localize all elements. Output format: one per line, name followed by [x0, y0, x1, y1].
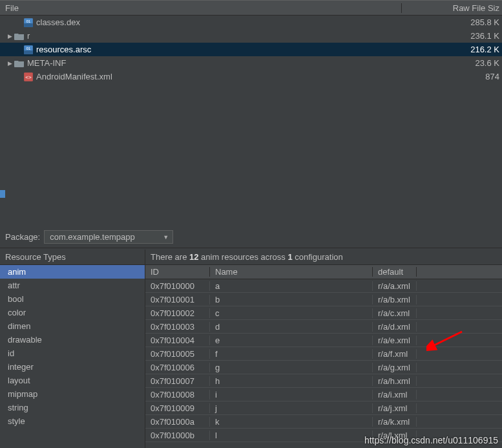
resource-id: 0x7f010007: [145, 376, 210, 386]
resource-name: d: [210, 322, 373, 332]
resource-types-panel: Resource Types animattrboolcolordimendra…: [0, 250, 145, 448]
resource-row[interactable]: 0x7f010006gr/a/g.xml: [145, 361, 502, 374]
resource-types-list[interactable]: animattrboolcolordimendrawableidintegerl…: [0, 265, 145, 448]
resource-name: a: [210, 281, 373, 291]
resource-id: 0x7f010006: [145, 363, 210, 372]
file-name: classes.dex: [36, 17, 405, 27]
svg-text:<>: <>: [25, 74, 32, 80]
resource-default: r/a/a.xml: [373, 281, 417, 291]
resource-row[interactable]: 0x7f01000akr/a/k.xml: [145, 415, 502, 429]
folder-icon: [14, 31, 25, 41]
resource-type-item[interactable]: drawable: [0, 333, 145, 347]
col-default-header[interactable]: default: [373, 267, 417, 277]
expand-arrow-icon[interactable]: ▶: [5, 60, 14, 67]
svg-rect-1: [24, 23, 33, 27]
file-name: AndroidManifest.xml: [36, 72, 405, 81]
resource-row[interactable]: 0x7f010009jr/a/j.xml: [145, 401, 502, 415]
resource-name: j: [210, 403, 373, 413]
resource-id: 0x7f01000a: [145, 417, 210, 427]
resource-type-item[interactable]: attr: [0, 279, 145, 292]
file-name: resources.arsc: [36, 45, 405, 54]
resource-type-item[interactable]: anim: [0, 265, 145, 279]
file-size: 285.8 K: [405, 17, 502, 27]
file-tree-row[interactable]: ▶r236.1 K: [0, 29, 502, 43]
file-size: 216.2 K: [405, 45, 502, 54]
gutter-marker: [0, 190, 5, 198]
resource-name: l: [210, 431, 373, 440]
resource-id: 0x7f01000b: [145, 431, 210, 440]
file-tree-row[interactable]: ▶META-INF23.6 K: [0, 56, 502, 70]
resource-id: 0x7f010009: [145, 403, 210, 413]
col-id-header[interactable]: ID: [145, 267, 210, 277]
bottom-panel: Resource Types animattrboolcolordimendra…: [0, 250, 502, 448]
resource-default: r/a/h.xml: [373, 376, 417, 386]
resource-type-item[interactable]: mipmap: [0, 387, 145, 401]
resource-default: r/a/k.xml: [373, 417, 417, 427]
resource-id: 0x7f010004: [145, 336, 210, 345]
resource-name: g: [210, 363, 373, 372]
resource-name: f: [210, 349, 373, 359]
col-name-header[interactable]: Name: [210, 267, 373, 277]
resource-type-item[interactable]: bool: [0, 292, 145, 306]
detail-summary: There are 12 anim resources across 1 con…: [145, 250, 502, 265]
package-value: com.example.tempapp: [50, 232, 135, 242]
resource-name: k: [210, 417, 373, 427]
file-size: 236.1 K: [405, 31, 502, 41]
file-name: r: [27, 31, 405, 41]
dex-icon: 01: [23, 17, 34, 28]
resource-type-item[interactable]: id: [0, 347, 145, 360]
detail-table-header: ID Name default: [145, 265, 502, 279]
resource-type-item[interactable]: dimen: [0, 319, 145, 333]
resource-type-item[interactable]: string: [0, 401, 145, 414]
file-size: 874: [405, 72, 502, 81]
resource-type-item[interactable]: color: [0, 306, 145, 319]
file-tree-row[interactable]: <>AndroidManifest.xml874: [0, 70, 502, 83]
resource-default: r/a/f.xml: [373, 349, 417, 359]
detail-rows[interactable]: 0x7f010000ar/a/a.xml0x7f010001br/a/b.xml…: [145, 279, 502, 448]
resource-default: r/a/j.xml: [373, 403, 417, 413]
resource-row[interactable]: 0x7f010001br/a/b.xml: [145, 293, 502, 306]
resource-id: 0x7f010001: [145, 295, 210, 304]
resource-id: 0x7f010000: [145, 281, 210, 291]
resource-name: c: [210, 308, 373, 318]
file-tree-header: File Raw File Siz: [0, 0, 502, 16]
expand-arrow-icon[interactable]: ▶: [5, 33, 14, 39]
file-column-header[interactable]: File: [0, 3, 402, 13]
resource-detail-panel: There are 12 anim resources across 1 con…: [145, 250, 502, 448]
svg-text:01: 01: [26, 19, 30, 23]
resource-row[interactable]: 0x7f010000ar/a/a.xml: [145, 279, 502, 293]
resource-default: r/a/b.xml: [373, 295, 417, 304]
resource-default: r/a/g.xml: [373, 363, 417, 372]
resource-name: h: [210, 376, 373, 386]
resource-type-item[interactable]: style: [0, 414, 145, 428]
resource-row[interactable]: 0x7f010002cr/a/c.xml: [145, 306, 502, 320]
resource-type-item[interactable]: layout: [0, 374, 145, 387]
resource-type-item[interactable]: integer: [0, 360, 145, 374]
xml-icon: <>: [23, 72, 34, 82]
watermark: https://blog.csdn.net/u011106915: [364, 435, 498, 445]
file-name: META-INF: [27, 58, 405, 68]
file-tree-row[interactable]: 01resources.arsc216.2 K: [0, 43, 502, 56]
chevron-down-icon: ▼: [163, 234, 169, 240]
resource-id: 0x7f010002: [145, 308, 210, 318]
resource-row[interactable]: 0x7f010007hr/a/h.xml: [145, 374, 502, 388]
resource-id: 0x7f010003: [145, 322, 210, 332]
file-tree-row[interactable]: 01classes.dex285.8 K: [0, 16, 502, 29]
size-column-header[interactable]: Raw File Siz: [402, 3, 502, 13]
resource-row[interactable]: 0x7f010005fr/a/f.xml: [145, 347, 502, 361]
package-select[interactable]: com.example.tempapp ▼: [44, 230, 173, 244]
package-label: Package:: [5, 232, 40, 242]
package-bar: Package: com.example.tempapp ▼: [0, 226, 502, 248]
resource-row[interactable]: 0x7f010004er/a/e.xml: [145, 334, 502, 347]
resource-id: 0x7f010005: [145, 349, 210, 359]
resource-default: r/a/i.xml: [373, 390, 417, 400]
resource-row[interactable]: 0x7f010003dr/a/d.xml: [145, 320, 502, 334]
resource-id: 0x7f010008: [145, 390, 210, 400]
svg-rect-4: [24, 50, 33, 54]
file-tree[interactable]: 01classes.dex285.8 K▶r236.1 K01resources…: [0, 16, 502, 83]
resource-name: e: [210, 336, 373, 345]
resource-default: r/a/c.xml: [373, 308, 417, 318]
arsc-icon: 01: [23, 45, 34, 55]
resource-row[interactable]: 0x7f010008ir/a/i.xml: [145, 388, 502, 401]
svg-text:01: 01: [26, 47, 30, 50]
